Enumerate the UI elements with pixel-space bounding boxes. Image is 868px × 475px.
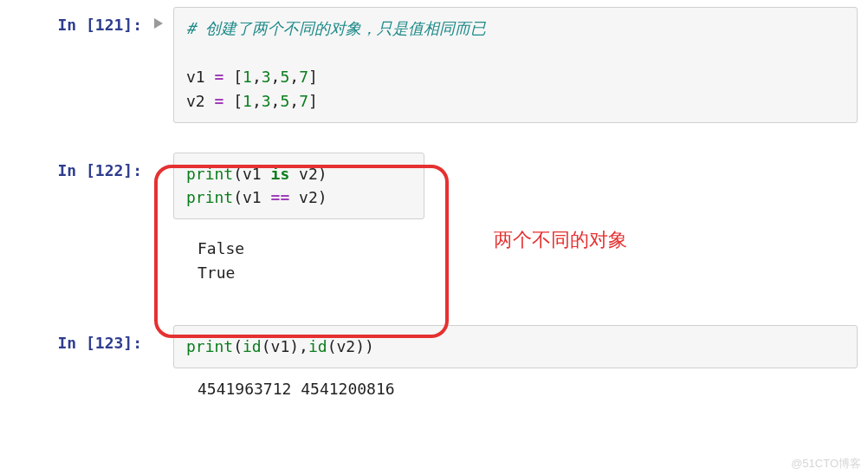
svg-marker-0 [154,18,163,29]
output-line: 4541963712 4541200816 [198,380,395,398]
output-line: False [198,239,244,257]
cell-121: In [121]: # 创建了两个不同的对象，只是值相同而已 v1 = [1,3… [0,5,868,125]
prompt-122: In [122]: [0,151,149,179]
code-input-121[interactable]: # 创建了两个不同的对象，只是值相同而已 v1 = [1,3,5,7] v2 =… [173,7,858,123]
code-input-122[interactable]: print(v1 is v2) print(v1 == v2) [173,153,424,220]
output-line: True [198,264,235,282]
cell-122: In [122]: print(v1 is v2) print(v1 == v2… [0,151,868,222]
play-icon [152,17,165,29]
prompt-123: In [123]: [0,323,149,352]
run-button-123-placeholder [149,323,168,335]
prompt-121: In [121]: [0,5,149,34]
code-input-123[interactable]: print(id(v1),id(v2)) [173,325,858,368]
code-comment: # 创建了两个不同的对象，只是值相同而已 [186,19,486,37]
watermark: @51CTO博客 [791,456,861,472]
run-button-122-placeholder [149,151,168,163]
run-button-121[interactable] [149,5,168,29]
annotation-text: 两个不同的对象 [494,227,627,253]
cell-123: In [123]: print(id(v1),id(v2)) [0,323,868,370]
output-123: 4541963712 4541200816 [185,374,858,410]
